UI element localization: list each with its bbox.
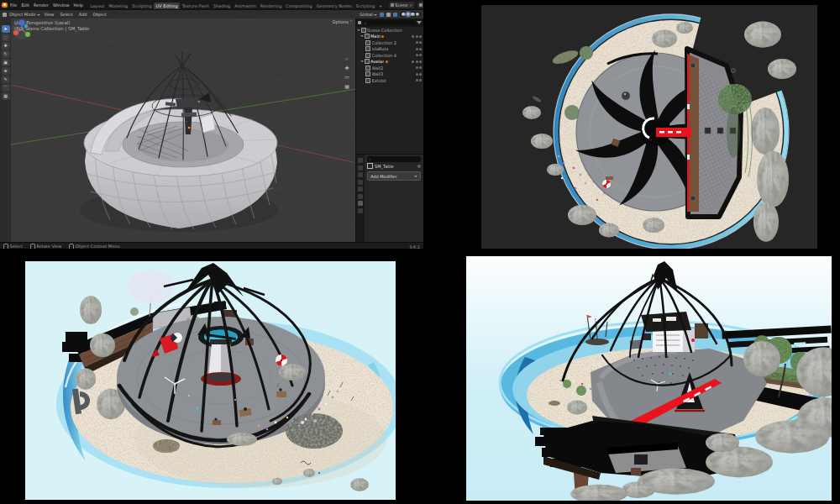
tab-uv-editing[interactable]: UV Editing [154, 3, 180, 9]
tool-cursor[interactable]: ◌ [2, 34, 10, 41]
outliner-display-mode-icon[interactable] [358, 21, 361, 24]
tool-scale[interactable]: ▣ [2, 59, 10, 66]
properties-search-input[interactable]: ⌕ [367, 156, 421, 162]
tab-layout[interactable]: Layout [88, 3, 107, 9]
add-modifier-button[interactable]: Add Modifier [367, 171, 421, 181]
toggle-ortho-icon[interactable]: ▦ [344, 83, 350, 90]
tab-rendering[interactable]: Rendering [258, 3, 284, 9]
outliner-row-main[interactable]: Main [356, 34, 423, 40]
object-menu[interactable]: Object [92, 12, 108, 17]
hide-icon[interactable] [416, 54, 418, 56]
hide-icon[interactable] [412, 35, 414, 38]
scene-unlink-icon[interactable]: × [409, 3, 412, 8]
tab-animation[interactable]: Animation [233, 3, 259, 9]
menu-file[interactable]: File [8, 3, 18, 8]
mode-dropdown[interactable]: Object Mode [9, 12, 40, 17]
menu-window[interactable]: Window [51, 3, 71, 8]
select-menu[interactable]: Select [58, 12, 74, 17]
shading-solid-icon[interactable] [407, 13, 411, 17]
hide-icon[interactable] [416, 73, 418, 76]
add-menu[interactable]: Add [77, 12, 89, 17]
render-disable-icon[interactable] [419, 79, 422, 81]
render-properties-icon[interactable] [358, 165, 363, 171]
viewport-3d[interactable]: User Perspective (Local) (60) Scene Coll… [11, 18, 355, 242]
render-perspective-front [25, 261, 396, 500]
object-properties-icon[interactable] [358, 194, 363, 199]
viewport-disable-icon[interactable] [416, 35, 418, 38]
tool-annotate[interactable]: ✎ [2, 76, 10, 83]
tab-modeling[interactable]: Modeling [107, 3, 130, 9]
outliner-row-islaruta[interactable]: IslaRuta [356, 46, 423, 53]
modifier-properties-icon[interactable] [358, 201, 363, 206]
tool-add-cube[interactable]: ▦ [2, 92, 10, 100]
shading-material-icon[interactable] [411, 13, 415, 17]
tab-compositing[interactable]: Compositing [284, 3, 314, 9]
outliner-row-exhibit[interactable]: Exhibit [356, 77, 423, 84]
pan-hand-icon[interactable]: ✚ [344, 65, 350, 71]
render-disable-icon[interactable] [419, 60, 422, 63]
render-disable-icon[interactable] [419, 73, 422, 76]
tab-geometry-nodes[interactable]: Geometry Nodes [314, 3, 354, 9]
tab-sculpting[interactable]: Sculpting [130, 3, 154, 9]
editor-type-icon[interactable] [3, 13, 7, 17]
view-menu[interactable]: View [43, 12, 56, 17]
tab-texture-paint[interactable]: Texture Paint [180, 3, 211, 9]
camera-view-icon[interactable]: ▭ [344, 74, 350, 81]
active-object-row[interactable]: SM_Table ⚒ [367, 162, 421, 170]
tab-add-workspace[interactable]: + [377, 3, 385, 9]
outliner-row-avatar[interactable]: Avatar [356, 59, 423, 66]
tool-properties-icon[interactable] [358, 158, 363, 163]
snap-magnet-icon[interactable] [380, 13, 384, 17]
filter-icon[interactable] [417, 21, 422, 24]
viewport-disable-icon[interactable] [416, 60, 418, 63]
hide-icon[interactable] [416, 79, 418, 81]
shading-rendered-icon[interactable] [416, 13, 420, 17]
tool-select-box[interactable]: ➤ [2, 25, 10, 33]
render-disable-icon[interactable] [419, 66, 422, 69]
tab-scripting[interactable]: Scripting [354, 3, 376, 9]
render-disable-icon[interactable] [419, 41, 422, 44]
render-disable-icon[interactable] [419, 48, 422, 50]
tool-measure[interactable]: ⌒ [2, 84, 10, 92]
zoom-icon[interactable]: ⌕ [344, 55, 350, 62]
outliner-row-collection-4[interactable]: Collection 4 [356, 52, 423, 59]
navigation-gizmo[interactable] [11, 18, 33, 40]
shading-wireframe-icon[interactable] [402, 13, 406, 17]
outliner-row-scene-collection[interactable]: Scene Collection [356, 27, 423, 34]
tab-shading[interactable]: Shading [211, 3, 232, 9]
tool-transform[interactable]: ⊕ [2, 67, 10, 75]
hide-icon[interactable] [416, 66, 418, 69]
scene-selector[interactable]: Scene × [389, 2, 414, 8]
disclosure-icon[interactable] [357, 29, 360, 31]
render-disable-icon[interactable] [419, 35, 422, 38]
options-dropdown[interactable]: Options ˅ [333, 19, 352, 24]
render-disable-icon[interactable] [419, 54, 422, 56]
tool-move[interactable]: ✚ [2, 42, 10, 50]
tool-rotate[interactable]: ↻ [2, 50, 10, 58]
scene-properties-icon[interactable] [358, 180, 363, 185]
gizmos-toggle-icon[interactable] [393, 13, 397, 17]
orientation-dropdown[interactable]: Global [360, 12, 377, 17]
mouse-middle-icon [30, 244, 35, 249]
proportional-edit-icon[interactable] [386, 13, 391, 17]
blender-logo-icon[interactable] [2, 3, 8, 8]
hide-icon[interactable] [412, 60, 414, 63]
menu-help[interactable]: Help [72, 3, 85, 8]
outliner-search-input[interactable]: ⌕ [363, 20, 415, 25]
scene-icon [391, 3, 394, 7]
hide-icon[interactable] [416, 41, 418, 44]
material-properties-icon[interactable] [358, 208, 363, 213]
visibility-icons [416, 79, 423, 81]
output-properties-icon[interactable] [358, 172, 363, 177]
outliner-row-wall2[interactable]: Wall2 [356, 65, 423, 71]
disclosure-icon[interactable] [360, 35, 364, 37]
outliner-row-collection-2[interactable]: Collection 2 [356, 39, 423, 46]
menu-render[interactable]: Render [32, 3, 50, 8]
disclosure-icon[interactable] [360, 60, 364, 62]
world-properties-icon[interactable] [358, 186, 363, 192]
viewlayer-selector[interactable]: ViewLayer × [417, 2, 423, 8]
outliner-row-wall3[interactable]: Wall3 [356, 71, 423, 78]
mesh-icon [365, 78, 370, 83]
menu-edit[interactable]: Edit [19, 3, 31, 8]
hide-icon[interactable] [416, 48, 418, 50]
